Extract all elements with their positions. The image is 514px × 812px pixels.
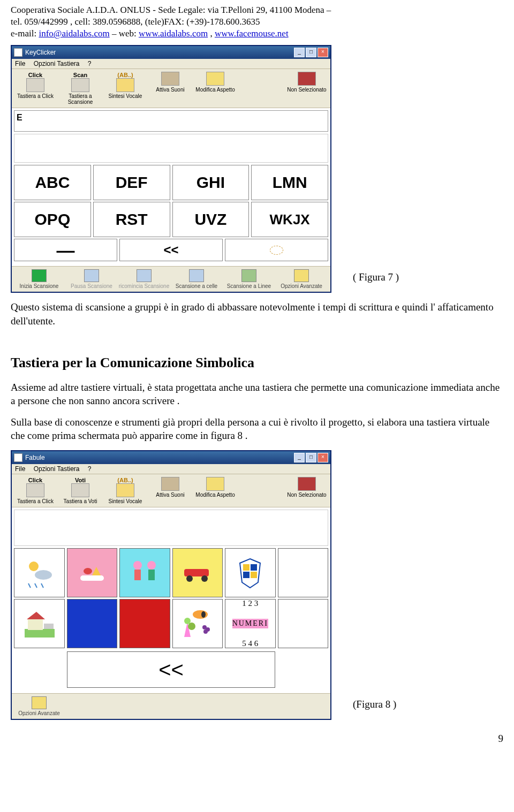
cell-food[interactable]: [67, 548, 118, 597]
section-heading: Tastiera per la Comunicazione Simbolica: [11, 355, 503, 371]
header-web1-link[interactable]: www.aidalabs.com: [139, 28, 208, 39]
btn-opzioni-avanzate[interactable]: Opzioni Avanzate: [13, 695, 65, 717]
btn-ricomincia-scansione[interactable]: ricomincia Scansione: [118, 268, 170, 290]
minimize-button[interactable]: _: [294, 453, 305, 462]
svg-marker-20: [27, 612, 45, 619]
btn-non-selezionato[interactable]: Non Selezionato: [284, 71, 329, 106]
svg-point-6: [84, 568, 92, 574]
svg-rect-18: [25, 629, 55, 638]
key-lmn[interactable]: LMN: [251, 165, 328, 200]
key-ghi[interactable]: GHI: [172, 165, 250, 200]
close-button[interactable]: ×: [318, 453, 328, 462]
header-line2: tel. 059/442999 , cell: 389.0596888, (te…: [11, 17, 260, 27]
cell-car[interactable]: [172, 548, 223, 597]
svg-point-7: [133, 561, 142, 570]
btn-scansione-linee[interactable]: Scansione a Linee: [223, 268, 275, 290]
key-space[interactable]: —: [14, 239, 117, 261]
menu-opzioni[interactable]: Opzioni Tastiera: [34, 465, 80, 473]
key-rst[interactable]: RST: [93, 202, 170, 237]
svg-line-4: [41, 583, 43, 588]
app-icon: [14, 48, 22, 57]
btn-pausa-scansione[interactable]: Pausa Scansione: [65, 268, 118, 290]
app-icon: [14, 453, 22, 462]
btn-non-selezionato[interactable]: Non Selezionato: [284, 476, 329, 505]
svg-rect-8: [134, 570, 141, 580]
cell-people[interactable]: [119, 548, 170, 597]
paragraph-1: Questo sistema di scansione a gruppi è i…: [11, 300, 503, 328]
fruit-icon: [179, 605, 216, 642]
menu-file[interactable]: File: [15, 465, 25, 473]
titlebar: Fabule _ □ ×: [12, 451, 330, 464]
header-line3-prefix: e-mail:: [11, 28, 39, 39]
btn-opzioni-avanzate[interactable]: Opzioni Avanzate: [275, 268, 328, 290]
bottom-toolbar: Opzioni Avanzate: [12, 693, 330, 719]
cell-fruit[interactable]: [172, 599, 223, 648]
svg-point-9: [147, 561, 156, 570]
key-back[interactable]: <<: [119, 239, 223, 261]
weather-icon: [23, 557, 55, 589]
menu-file[interactable]: File: [15, 60, 25, 67]
blank-strip: [14, 134, 328, 163]
btn-tastiera-scansione[interactable]: ScanTastiera a Scansione: [58, 71, 103, 106]
svg-rect-16: [243, 572, 250, 578]
shield-icon: [237, 557, 263, 589]
header-email-link[interactable]: info@aidalabs.com: [39, 28, 109, 39]
cell-house[interactable]: [14, 599, 65, 648]
cell-empty-1[interactable]: [278, 548, 329, 597]
svg-point-0: [29, 561, 39, 571]
key-def[interactable]: DEF: [93, 165, 170, 200]
numeri-label: NUMERI: [232, 619, 268, 628]
cell-shield[interactable]: [225, 548, 276, 597]
key-back-large[interactable]: <<: [67, 651, 275, 688]
text-output: E: [14, 110, 328, 132]
cell-numeri[interactable]: 1 2 3 NUMERI 5 4 6: [225, 599, 276, 648]
btn-modifica-aspetto[interactable]: Modifica Aspetto: [193, 71, 238, 106]
btn-tastiera-click[interactable]: ClickTastiera a Click: [13, 476, 58, 505]
svg-rect-19: [28, 619, 43, 630]
maximize-button[interactable]: □: [306, 48, 316, 57]
close-button[interactable]: ×: [318, 48, 328, 57]
numeri-top: 1 2 3: [242, 599, 258, 608]
blank-output: [14, 510, 328, 546]
header-line3-mid: – web:: [110, 28, 139, 39]
cell-blue[interactable]: [67, 599, 118, 648]
cell-weather[interactable]: [14, 548, 65, 597]
btn-tastiera-voti[interactable]: VotiTastiera a Voti: [58, 476, 103, 505]
btn-attiva-suoni[interactable]: Attiva Suoni: [148, 71, 193, 106]
figure7-caption: ( Figura 7 ): [353, 271, 399, 283]
svg-point-23: [201, 611, 206, 618]
minimize-button[interactable]: _: [294, 48, 305, 57]
document-header: Cooperativa Sociale A.I.D.A. ONLUS - Sed…: [11, 4, 503, 40]
btn-attiva-suoni[interactable]: Attiva Suoni: [148, 476, 193, 505]
key-abc[interactable]: ABC: [14, 165, 91, 200]
key-wkjx[interactable]: WKJX: [251, 202, 328, 237]
key-special[interactable]: [225, 239, 328, 261]
btn-sintesi-vocale[interactable]: (AB..)Sintesi Vocale: [103, 476, 148, 505]
btn-modifica-aspetto[interactable]: Modifica Aspetto: [193, 476, 238, 505]
btn-sintesi-vocale[interactable]: (AB..)Sintesi Vocale: [103, 71, 148, 106]
cell-empty-2[interactable]: [278, 599, 329, 648]
house-icon: [20, 608, 58, 640]
menu-help[interactable]: ?: [88, 60, 92, 67]
paragraph-3: Sulla base di conoscenze e strumenti già…: [11, 415, 503, 443]
svg-rect-14: [243, 564, 250, 571]
key-opq[interactable]: OPQ: [14, 202, 91, 237]
people-icon: [126, 557, 163, 589]
svg-point-26: [203, 629, 208, 634]
paragraph-2: Assieme ad altre tastiere virtuali, è st…: [11, 381, 503, 408]
maximize-button[interactable]: □: [306, 453, 316, 462]
car-icon: [179, 559, 216, 586]
fabule-window: Fabule _ □ × File Opzioni Tastiera ? Cli…: [11, 450, 331, 720]
svg-point-13: [201, 575, 208, 582]
bottom-toolbar: Inizia Scansione Pausa Scansione ricomin…: [12, 266, 330, 292]
btn-scansione-celle[interactable]: Scansione a celle: [170, 268, 223, 290]
btn-tastiera-click[interactable]: ClickTastiera a Click: [13, 71, 58, 106]
menu-help[interactable]: ?: [88, 465, 92, 473]
cell-red[interactable]: [119, 599, 170, 648]
header-web2-link[interactable]: www.facemouse.net: [215, 28, 289, 39]
menu-opzioni[interactable]: Opzioni Tastiera: [34, 60, 80, 67]
key-uvz[interactable]: UVZ: [172, 202, 250, 237]
toolbar: ClickTastiera a Click ScanTastiera a Sca…: [12, 69, 330, 108]
btn-inizia-scansione[interactable]: Inizia Scansione: [13, 268, 65, 290]
svg-rect-17: [251, 572, 257, 578]
